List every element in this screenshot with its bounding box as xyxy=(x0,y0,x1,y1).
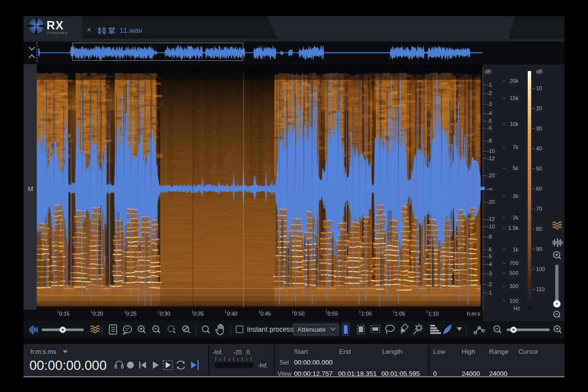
svg-text:Instant process: Instant process xyxy=(247,325,294,333)
svg-text:Attenuate: Attenuate xyxy=(297,326,326,333)
